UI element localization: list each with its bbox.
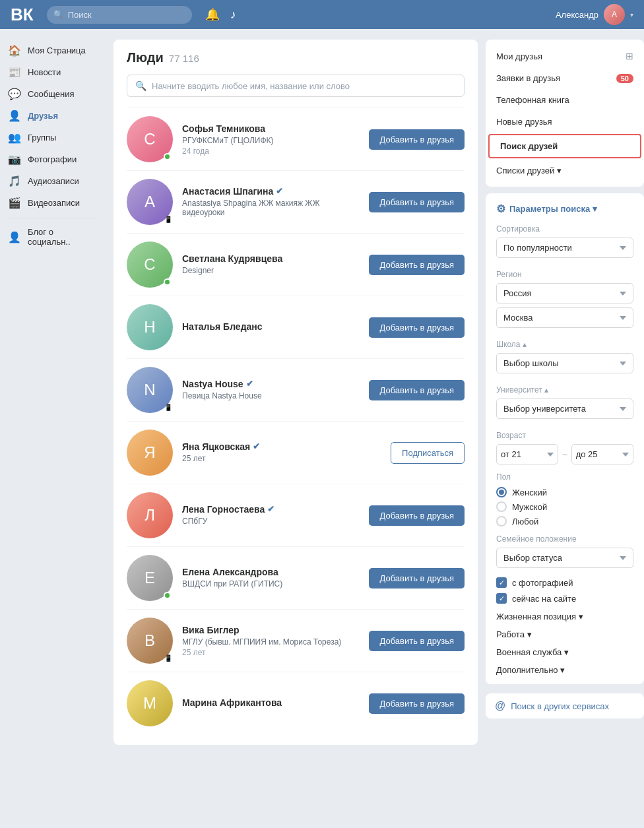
sidebar-item-blog[interactable]: 👤 Блог о социальн.. bbox=[0, 222, 106, 251]
avatar-wrap: Я bbox=[127, 430, 173, 476]
avatar[interactable]: Я bbox=[127, 430, 173, 476]
my-friends-label: Мои друзья bbox=[496, 51, 542, 61]
notifications-icon[interactable]: 🔔 bbox=[205, 7, 220, 22]
nav-phonebook[interactable]: Телефонная книга bbox=[486, 89, 644, 111]
person-name[interactable]: Светлана Кудрявцева bbox=[182, 253, 360, 264]
person-name[interactable]: Наталья Бледанс bbox=[182, 321, 360, 332]
person-name[interactable]: Лена Горностаева✔ bbox=[182, 504, 360, 515]
photos-icon: 📷 bbox=[8, 153, 21, 166]
gender-male[interactable]: Мужской bbox=[496, 501, 633, 512]
params-header[interactable]: ⚙ Параметры поиска ▾ bbox=[496, 203, 633, 215]
mobile-indicator: 📱 bbox=[164, 654, 172, 662]
left-sidebar: 🏠 Моя Страница 📰 Новости 💬 Сообщения 👤 Д… bbox=[0, 40, 106, 745]
vk-logo[interactable]: ВК bbox=[11, 5, 34, 25]
person-name[interactable]: Вика Биглер bbox=[182, 625, 360, 635]
family-select[interactable]: Выбор статуса bbox=[496, 548, 633, 568]
sort-select[interactable]: По популярности bbox=[496, 238, 633, 258]
avatar-wrap: М bbox=[127, 680, 173, 726]
avatar[interactable]: М bbox=[127, 680, 173, 726]
age-to-select[interactable]: до 25 bbox=[571, 444, 633, 464]
avatar[interactable]: Л bbox=[127, 492, 173, 538]
with-photo-row[interactable]: с фотографией bbox=[496, 577, 633, 588]
add-friend-button[interactable]: Добавить в друзья bbox=[369, 255, 465, 275]
sidebar-item-news[interactable]: 📰 Новости bbox=[0, 61, 106, 83]
add-friend-button[interactable]: Добавить в друзья bbox=[369, 192, 465, 212]
online-row[interactable]: сейчас на сайте bbox=[496, 593, 633, 604]
family-label: Семейное положение bbox=[496, 534, 633, 544]
sidebar-divider bbox=[8, 218, 98, 218]
avatar[interactable]: Н bbox=[127, 304, 173, 350]
sidebar-item-groups[interactable]: 👥 Группы bbox=[0, 127, 106, 148]
add-friend-button[interactable]: Добавить в друзья bbox=[369, 129, 465, 150]
with-photo-checkbox[interactable] bbox=[496, 577, 507, 588]
person-row: N📱Nastya House✔Певица Nastya HouseДобави… bbox=[127, 358, 465, 421]
person-row: В📱Вика БиглерМГЛУ (бывш. МГПИИЯ им. Мори… bbox=[127, 609, 465, 672]
life-position-section[interactable]: Жизненная позиция ▾ bbox=[496, 612, 633, 621]
friends-nav: Мои друзья ⊞ Заявки в друзья 50 Телефонн… bbox=[486, 40, 644, 187]
add-friend-button[interactable]: Добавить в друзья bbox=[369, 380, 465, 400]
uni-select[interactable]: Выбор университета bbox=[496, 398, 633, 419]
age-from-select[interactable]: от 21 bbox=[496, 444, 558, 464]
female-radio-btn[interactable] bbox=[496, 487, 507, 497]
school-select[interactable]: Выбор школы bbox=[496, 353, 633, 373]
person-name[interactable]: Анастасия Шпагина✔ bbox=[182, 186, 360, 197]
life-position-label: Жизненная позиция ▾ bbox=[496, 612, 583, 621]
sidebar-item-my-page[interactable]: 🏠 Моя Страница bbox=[0, 40, 106, 61]
region-select[interactable]: Россия bbox=[496, 283, 633, 303]
sidebar-item-messages[interactable]: 💬 Сообщения bbox=[0, 83, 106, 105]
person-row: ССветлана КудрявцеваDesignerДобавить в д… bbox=[127, 233, 465, 296]
people-search-bar[interactable]: 🔍 bbox=[127, 75, 465, 97]
verified-icon: ✔ bbox=[246, 379, 253, 389]
add-friend-button[interactable]: Добавить в друзья bbox=[369, 317, 465, 338]
person-sub: МГЛУ (бывш. МГПИИЯ им. Мориса Тореза) bbox=[182, 637, 360, 647]
military-label: Военная служба ▾ bbox=[496, 647, 569, 657]
gender-female[interactable]: Женский bbox=[496, 487, 633, 497]
avatar-wrap: С bbox=[127, 241, 173, 288]
music-icon[interactable]: ♪ bbox=[230, 8, 236, 22]
nav-friend-lists[interactable]: Списки друзей ▾ bbox=[486, 160, 644, 181]
search-input[interactable] bbox=[47, 6, 192, 24]
nav-new-friends[interactable]: Новые друзья bbox=[486, 111, 644, 133]
verified-icon: ✔ bbox=[267, 504, 274, 514]
sidebar-item-friends[interactable]: 👤 Друзья bbox=[0, 105, 106, 127]
other-services-link[interactable]: @ Поиск в других сервисах bbox=[486, 693, 644, 718]
person-name[interactable]: Елена Александрова bbox=[182, 567, 360, 577]
params-filter-icon: ⚙ bbox=[496, 203, 505, 215]
person-info: Nastya House✔Певица Nastya House bbox=[182, 379, 360, 402]
add-friend-button[interactable]: Добавить в друзья bbox=[369, 568, 465, 589]
person-sub: Designer bbox=[182, 266, 360, 275]
male-radio-btn[interactable] bbox=[496, 501, 507, 512]
person-info: Вика БиглерМГЛУ (бывш. МГПИИЯ им. Мориса… bbox=[182, 625, 360, 657]
right-sidebar: Мои друзья ⊞ Заявки в друзья 50 Телефонн… bbox=[486, 40, 644, 745]
news-icon: 📰 bbox=[8, 66, 21, 79]
add-friend-button[interactable]: Добавить в друзья bbox=[369, 693, 465, 714]
mobile-indicator: 📱 bbox=[164, 404, 172, 411]
sidebar-item-audio[interactable]: 🎵 Аудиозаписи bbox=[0, 170, 106, 192]
person-name[interactable]: Марина Африкантова bbox=[182, 697, 360, 708]
work-section[interactable]: Работа ▾ bbox=[496, 629, 633, 639]
friends-nav-grid-icon: ⊞ bbox=[626, 51, 633, 61]
any-radio-btn[interactable] bbox=[496, 516, 507, 526]
people-search-input[interactable] bbox=[152, 81, 456, 91]
person-name[interactable]: Софья Темникова bbox=[182, 123, 360, 134]
nav-my-friends[interactable]: Мои друзья ⊞ bbox=[486, 45, 644, 67]
topbar-icons: 🔔 ♪ bbox=[205, 7, 236, 22]
subscribe-button[interactable]: Подписаться bbox=[391, 442, 465, 464]
sidebar-item-label: Фотографии bbox=[28, 154, 77, 164]
nav-friend-requests[interactable]: Заявки в друзья 50 bbox=[486, 67, 644, 89]
audio-icon: 🎵 bbox=[8, 175, 21, 187]
person-name[interactable]: Яна Яцковская✔ bbox=[182, 441, 381, 452]
nav-search-friends[interactable]: Поиск друзей bbox=[488, 134, 641, 158]
add-friend-button[interactable]: Добавить в друзья bbox=[369, 505, 465, 526]
gender-any[interactable]: Любой bbox=[496, 516, 633, 526]
additional-section[interactable]: Дополнительно ▾ bbox=[496, 665, 633, 675]
online-checkbox[interactable] bbox=[496, 593, 507, 604]
person-name[interactable]: Nastya House✔ bbox=[182, 379, 360, 389]
sidebar-item-photos[interactable]: 📷 Фотографии bbox=[0, 148, 106, 170]
topbar-user[interactable]: Александр А ▾ bbox=[556, 4, 633, 25]
sidebar-item-video[interactable]: 🎬 Видеозаписи bbox=[0, 192, 106, 214]
military-section[interactable]: Военная служба ▾ bbox=[496, 647, 633, 657]
city-select[interactable]: Москва bbox=[496, 307, 633, 328]
add-friend-button[interactable]: Добавить в друзья bbox=[369, 631, 465, 651]
person-age: 24 года bbox=[182, 146, 360, 156]
